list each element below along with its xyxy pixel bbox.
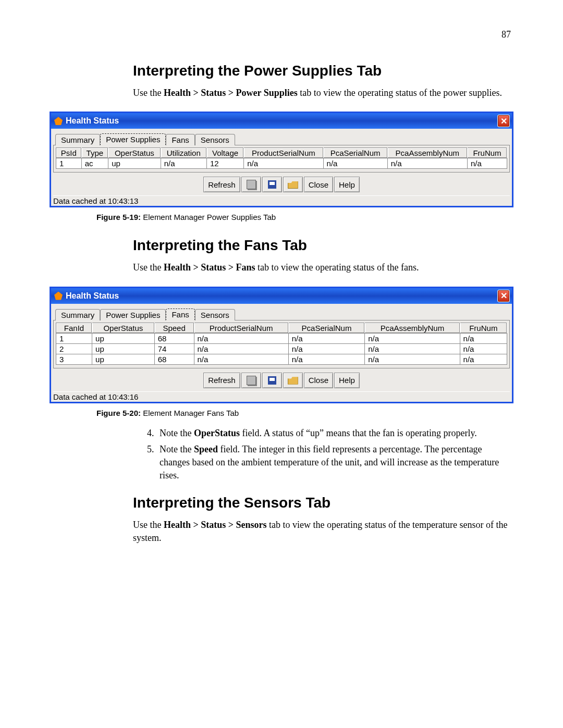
open-button[interactable] (283, 373, 303, 388)
figure-label: Figure 5-20: (96, 409, 141, 417)
refresh-button[interactable]: Refresh (203, 177, 240, 192)
col-psid[interactable]: PsId (56, 148, 82, 158)
figure-label: Figure 5-19: (96, 213, 141, 221)
cell: up (108, 158, 161, 169)
tab-strip: Summary Power Supplies Fans Sensors (53, 306, 510, 320)
cell: n/a (323, 158, 387, 169)
col-operstatus[interactable]: OperStatus (108, 148, 161, 158)
save-icon (268, 376, 276, 385)
open-button[interactable] (283, 177, 303, 192)
tab-power-supplies[interactable]: Power Supplies (100, 133, 166, 145)
heading-sensors: Interpreting the Sensors Tab (133, 495, 513, 511)
copy-button[interactable] (241, 373, 261, 388)
folder-open-icon (288, 376, 298, 385)
cell: 1 (56, 333, 92, 343)
field-name: OperStatus (194, 428, 240, 438)
copy-icon (247, 376, 256, 385)
refresh-button[interactable]: Refresh (203, 373, 240, 388)
cell: up (92, 333, 155, 343)
breadcrumb-sensors: Health > Status > Sensors (164, 520, 267, 530)
cell: 68 (154, 354, 194, 364)
tab-sensors[interactable]: Sensors (195, 134, 235, 145)
cell: 68 (154, 333, 194, 343)
health-status-window-fans: Health Status ✕ Summary Power Supplies F… (50, 287, 513, 403)
cell: 3 (56, 354, 92, 364)
tab-summary[interactable]: Summary (55, 309, 100, 320)
breadcrumb-fans: Health > Status > Fans (164, 262, 255, 273)
col-voltage[interactable]: Voltage (206, 148, 243, 158)
col-fanid[interactable]: FanId (56, 323, 92, 333)
close-icon[interactable]: ✕ (497, 290, 510, 302)
cell: n/a (365, 354, 460, 364)
table-row[interactable]: 2 up 74 n/a n/a n/a n/a (56, 343, 507, 354)
intro-sensors: Use the Health > Status > Sensors tab to… (133, 519, 513, 544)
close-button[interactable]: Close (304, 177, 333, 192)
save-button[interactable] (262, 177, 282, 192)
cell: n/a (288, 333, 364, 343)
help-button[interactable]: Help (334, 373, 360, 388)
titlebar: Health Status ✕ (51, 288, 512, 304)
page-number: 87 (501, 29, 511, 40)
copy-icon (247, 180, 256, 189)
cell: n/a (460, 333, 507, 343)
health-status-window-power: Health Status ✕ Summary Power Supplies F… (50, 112, 513, 207)
table-row[interactable]: 1 ac up n/a 12 n/a n/a n/a n/a (56, 158, 507, 169)
save-icon (268, 180, 276, 189)
col-utilization[interactable]: Utilization (161, 148, 206, 158)
col-pcaassemblynum[interactable]: PcaAssemblyNum (365, 323, 460, 333)
cell: ac (81, 158, 108, 169)
fans-table: FanId OperStatus Speed ProductSerialNum … (56, 323, 507, 365)
tab-strip: Summary Power Supplies Fans Sensors (53, 131, 510, 145)
figure-text: Element Manager Fans Tab (141, 409, 239, 417)
cell: 1 (56, 158, 82, 169)
text: Note the (160, 444, 194, 454)
notes-list: Note the OperStatus field. A status of “… (156, 427, 513, 483)
cell: n/a (365, 343, 460, 354)
figure-5-20-caption: Figure 5-20: Element Manager Fans Tab (96, 409, 513, 417)
col-type[interactable]: Type (81, 148, 108, 158)
close-icon[interactable]: ✕ (497, 115, 510, 127)
button-row: Refresh Close Help (53, 371, 510, 391)
status-bar: Data cached at 10:43:13 (53, 195, 510, 206)
heading-fans: Interpreting the Fans Tab (133, 237, 513, 254)
window-title: Health Status (66, 116, 119, 126)
col-operstatus[interactable]: OperStatus (92, 323, 155, 333)
cell: n/a (365, 333, 460, 343)
text: field. A status of “up” means that the f… (240, 428, 477, 438)
col-productserialnum[interactable]: ProductSerialNum (244, 148, 323, 158)
col-speed[interactable]: Speed (154, 323, 194, 333)
tab-sensors[interactable]: Sensors (195, 309, 235, 320)
intro-power-supplies: Use the Health > Status > Power Supplies… (133, 87, 513, 99)
figure-text: Element Manager Power Supplies Tab (141, 213, 276, 221)
col-pcaserialnum[interactable]: PcaSerialNum (288, 323, 364, 333)
table-row[interactable]: 3 up 68 n/a n/a n/a n/a (56, 354, 507, 364)
tab-fans[interactable]: Fans (166, 134, 194, 145)
cell: n/a (467, 158, 507, 169)
cell: n/a (460, 343, 507, 354)
tab-summary[interactable]: Summary (55, 134, 100, 145)
window-title: Health Status (66, 291, 119, 301)
copy-button[interactable] (241, 177, 261, 192)
help-button[interactable]: Help (334, 177, 360, 192)
save-button[interactable] (262, 373, 282, 388)
cell: 2 (56, 343, 92, 354)
cell: n/a (460, 354, 507, 364)
col-pcaserialnum[interactable]: PcaSerialNum (323, 148, 387, 158)
tab-fans[interactable]: Fans (166, 309, 194, 320)
text: Note the (160, 428, 194, 438)
tab-power-supplies[interactable]: Power Supplies (100, 309, 166, 320)
cell: n/a (161, 158, 206, 169)
col-frunum[interactable]: FruNum (460, 323, 507, 333)
close-button[interactable]: Close (304, 373, 333, 388)
table-row[interactable]: 1 up 68 n/a n/a n/a n/a (56, 333, 507, 343)
col-productserialnum[interactable]: ProductSerialNum (194, 323, 288, 333)
intro-fans: Use the Health > Status > Fans tab to vi… (133, 261, 513, 274)
col-pcaassemblynum[interactable]: PcaAssemblyNum (387, 148, 467, 158)
cell: 12 (206, 158, 243, 169)
text: tab to view the operating status of the … (298, 88, 502, 98)
text: Use the (133, 88, 164, 98)
cell: up (92, 343, 155, 354)
cell: up (92, 354, 155, 364)
col-frunum[interactable]: FruNum (467, 148, 507, 158)
cell: 74 (154, 343, 194, 354)
